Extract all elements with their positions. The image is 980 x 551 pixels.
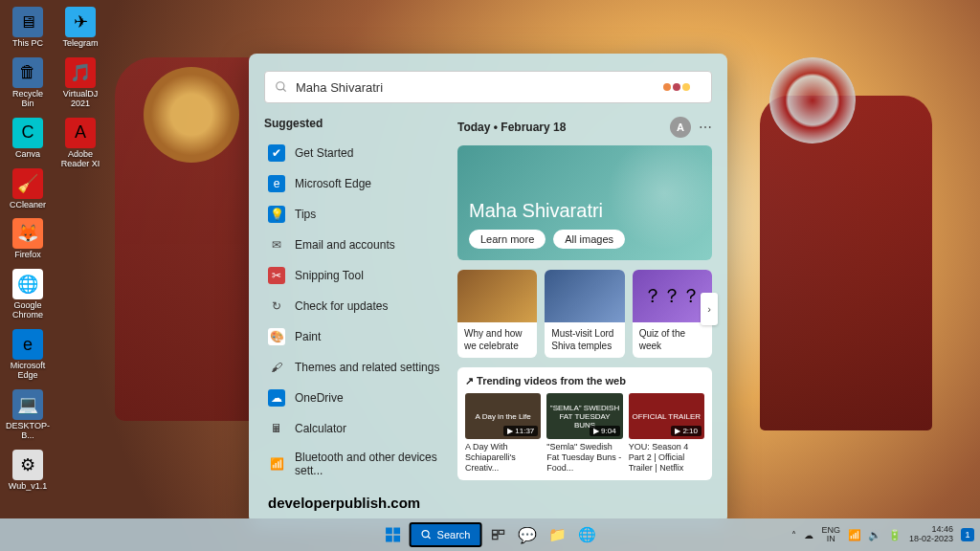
suggested-item-9[interactable]: 🖩Calculator	[264, 413, 444, 444]
video-card-0[interactable]: A Day in the Life▶ 11:37A Day With Schia…	[465, 393, 541, 473]
user-avatar[interactable]: A	[670, 117, 691, 138]
svg-rect-8	[492, 530, 497, 534]
suggested-item-0[interactable]: ✔Get Started	[264, 138, 444, 168]
icon-label: Wub_v1.1	[9, 482, 47, 492]
suggested-icon: ✔	[268, 144, 285, 162]
suggested-item-10[interactable]: 📶Bluetooth and other devices sett...	[264, 444, 444, 484]
suggested-item-8[interactable]: ☁OneDrive	[264, 383, 444, 413]
svg-rect-2	[386, 528, 392, 535]
suggested-label: Calculator	[295, 422, 346, 435]
taskbar-search-button[interactable]: Search	[410, 522, 482, 547]
card-image	[545, 270, 624, 322]
suggested-icon: 🖌	[268, 359, 285, 376]
desktop-icon-c1-0[interactable]: 🖥This PC	[5, 5, 51, 51]
icon-label: Google Chrome	[7, 301, 49, 320]
date-header: Today • February 18	[457, 121, 566, 134]
suggested-icon: 🖩	[268, 420, 285, 437]
hero-card[interactable]: Maha Shivaratri Learn more All images	[457, 145, 712, 260]
app-icon: 🦊	[12, 218, 43, 249]
svg-rect-10	[492, 536, 497, 540]
scroll-right-button[interactable]: ›	[701, 293, 718, 325]
desktop-icon-c1-1[interactable]: 🗑Recycle Bin	[5, 55, 51, 111]
video-thumbnail: OFFICIAL TRAILER▶ 2:10	[629, 393, 704, 439]
suggested-item-7[interactable]: 🖌Themes and related settings	[264, 352, 444, 383]
app-icon: 🌐	[12, 269, 43, 299]
battery-icon[interactable]: 🔋	[888, 529, 902, 541]
suggested-label: Email and accounts	[295, 238, 395, 252]
language-indicator[interactable]: ENGIN	[821, 526, 840, 543]
desktop-icon-c1-7[interactable]: 💻DESKTOP-B...	[5, 387, 51, 443]
learn-more-button[interactable]: Learn more	[469, 230, 546, 249]
desktop-icon-c1-4[interactable]: 🦊Firefox	[5, 216, 51, 262]
app-icon: 🗑	[12, 57, 43, 88]
notification-badge[interactable]: 1	[961, 528, 974, 541]
more-icon[interactable]: ⋯	[699, 120, 712, 135]
video-thumbnail: "SEMLA" SWEDISH FAT TUESDAY BUNS▶ 9:04	[546, 393, 622, 439]
start-button[interactable]	[380, 521, 407, 548]
desktop-icons-col2: ✈Telegram🎵VirtualDJ 2021AAdobe Reader XI	[57, 5, 103, 170]
task-view-button[interactable]	[484, 521, 511, 548]
highlights-column: Today • February 18 A ⋯ Maha Shivaratri …	[457, 117, 712, 515]
desktop-icon-c1-5[interactable]: 🌐Google Chrome	[5, 267, 51, 322]
suggested-icon: e	[268, 175, 285, 192]
app-icon: 🎵	[65, 57, 96, 88]
app-icon: 💻	[12, 389, 43, 420]
suggested-icon: 🎨	[268, 328, 285, 345]
suggested-label: Snipping Tool	[295, 269, 364, 282]
video-caption: "Semla" Swedish Fat Tuesday Buns - Food.…	[546, 442, 622, 473]
suggested-item-3[interactable]: ✉Email and accounts	[264, 230, 444, 260]
suggested-label: Microsoft Edge	[295, 177, 371, 190]
suggested-label: OneDrive	[295, 391, 344, 405]
suggested-item-1[interactable]: eMicrosoft Edge	[264, 168, 444, 199]
search-box[interactable]	[264, 71, 712, 103]
icon-label: Adobe Reader XI	[59, 150, 101, 169]
all-images-button[interactable]: All images	[553, 230, 625, 249]
chat-button[interactable]: 💬	[514, 521, 541, 548]
search-decoration	[663, 77, 702, 97]
volume-icon[interactable]: 🔊	[868, 529, 881, 541]
taskbar-search-label: Search	[437, 529, 471, 540]
app-icon: ✈	[65, 7, 96, 37]
desktop-icon-c1-8[interactable]: ⚙Wub_v1.1	[5, 448, 51, 494]
desktop-icon-c2-0[interactable]: ✈Telegram	[57, 5, 103, 51]
svg-point-6	[422, 531, 429, 538]
tray-chevron-icon[interactable]: ˄	[791, 530, 796, 540]
desktop-icon-c1-2[interactable]: CCanva	[5, 116, 51, 162]
icon-label: Canva	[15, 150, 40, 160]
suggested-label: Get Started	[295, 146, 353, 160]
search-icon	[275, 80, 288, 94]
suggested-item-6[interactable]: 🎨Paint	[264, 321, 444, 352]
video-duration: ▶ 11:37	[503, 426, 538, 436]
system-tray: ˄ ☁ ENGIN 📶 🔊 🔋 14:4618-02-2023 1	[791, 518, 974, 551]
desktop-icon-c1-3[interactable]: 🧹CCleaner	[5, 166, 51, 212]
svg-line-7	[428, 537, 431, 540]
suggested-item-4[interactable]: ✂Snipping Tool	[264, 260, 444, 291]
desktop-icon-c2-1[interactable]: 🎵VirtualDJ 2021	[57, 55, 103, 111]
suggested-item-2[interactable]: 💡Tips	[264, 199, 444, 230]
search-panel: Suggested ✔Get StartedeMicrosoft Edge💡Ti…	[249, 54, 727, 524]
card-caption: Must-visit Lord Shiva temples	[545, 322, 624, 358]
app-icon: e	[12, 329, 43, 360]
clock[interactable]: 14:4618-02-2023	[909, 525, 953, 544]
desktop-icon-c2-2[interactable]: AAdobe Reader XI	[57, 116, 103, 171]
wifi-icon[interactable]: 📶	[848, 529, 861, 541]
chrome-taskbar-button[interactable]: 🌐	[573, 521, 600, 548]
suggested-label: Paint	[295, 330, 321, 343]
highlight-card-1[interactable]: Must-visit Lord Shiva temples	[545, 270, 624, 358]
suggested-item-5[interactable]: ↻Check for updates	[264, 291, 444, 321]
trending-box: ↗ Trending videos from the web A Day in …	[457, 367, 712, 480]
svg-rect-4	[386, 536, 392, 542]
card-caption: Quiz of the week	[633, 322, 712, 358]
video-caption: YOU: Season 4 Part 2 | Official Trailer …	[629, 442, 704, 473]
icon-label: CCleaner	[10, 201, 46, 210]
video-card-2[interactable]: OFFICIAL TRAILER▶ 2:10YOU: Season 4 Part…	[629, 393, 704, 473]
highlight-card-0[interactable]: Why and how we celebrate	[457, 270, 537, 358]
app-icon: 🧹	[12, 168, 43, 199]
suggested-icon: 💡	[268, 206, 285, 223]
desktop-icon-c1-6[interactable]: eMicrosoft Edge	[5, 327, 51, 383]
app-icon: A	[65, 118, 96, 148]
onedrive-tray-icon[interactable]: ☁	[804, 530, 813, 540]
search-input[interactable]	[296, 80, 656, 95]
video-card-1[interactable]: "SEMLA" SWEDISH FAT TUESDAY BUNS▶ 9:04"S…	[546, 393, 622, 473]
file-explorer-button[interactable]: 📁	[544, 521, 570, 548]
